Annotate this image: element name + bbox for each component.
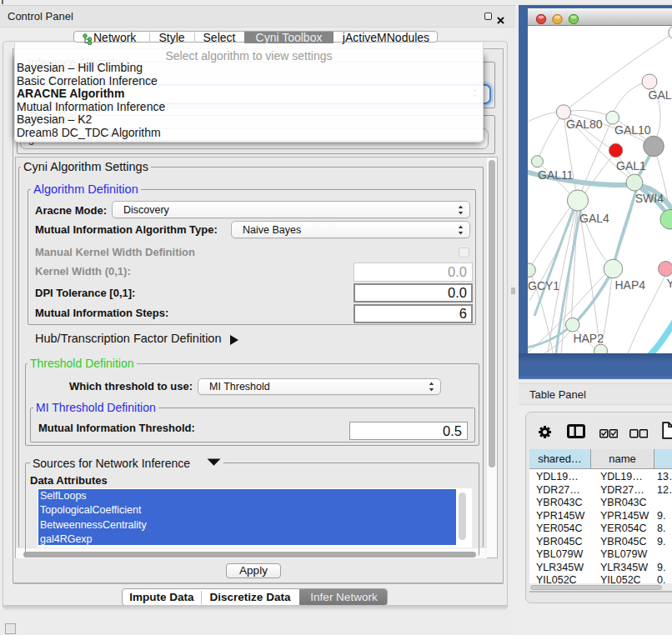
svg-text:SWI4: SWI4	[635, 192, 664, 205]
svg-text:Y: Y	[667, 277, 672, 290]
svg-text:GAL1: GAL1	[616, 159, 646, 172]
svg-text:GAL4: GAL4	[579, 212, 609, 225]
svg-text:HAP4: HAP4	[615, 278, 646, 292]
svg-text:GAL11: GAL11	[538, 168, 574, 182]
svg-text:GCY1: GCY1	[528, 279, 559, 292]
svg-text:GAL80: GAL80	[566, 118, 603, 131]
svg-text:HAP2: HAP2	[573, 332, 604, 345]
svg-text:GAL: GAL	[649, 88, 672, 102]
svg-text:GAL10: GAL10	[614, 123, 651, 137]
